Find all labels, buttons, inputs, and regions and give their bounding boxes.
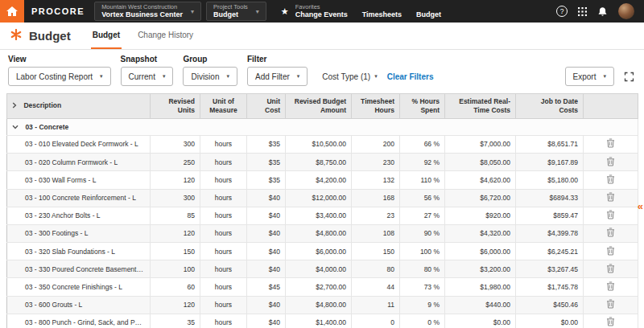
cell-pct-hours: 100 % (400, 243, 445, 260)
procore-logo: PROCORE (31, 6, 85, 16)
tab-change-history[interactable]: Change History (136, 23, 195, 49)
snapshot-dropdown[interactable]: Current ▾ (121, 67, 174, 86)
cell-description: 03 - 030 Wall Forms - L (7, 171, 151, 189)
cell-pct-hours: 110 % (400, 171, 445, 189)
cell-jtd-costs: $5,180.00 (516, 171, 584, 189)
snapshot-label: Snapshot (121, 55, 174, 64)
apps-grid-icon[interactable] (578, 7, 587, 16)
cell-estimated-costs: $6,000.00 (445, 243, 516, 260)
add-filter-dropdown[interactable]: Add Filter ▾ (247, 67, 308, 86)
filter-bar: View Labor Costing Report ▾ Snapshot Cur… (0, 50, 644, 93)
favorite-change-events[interactable]: Change Events (295, 10, 348, 19)
cell-estimated-costs: $3,200.00 (445, 260, 516, 278)
cell-estimated-costs: $920.00 (445, 207, 516, 224)
cell-pct-hours: 56 % (400, 189, 445, 207)
cell-revised-units: 120 (151, 296, 200, 314)
cell-description: 03 - 020 Column Formwork - L (7, 154, 151, 171)
group-name: 03 - Concrete (25, 123, 68, 131)
cell-revised-units: 250 (151, 154, 200, 171)
view-label: View (8, 55, 111, 64)
table-row: 03 - 010 Elevated Deck Formwork - L 300 … (7, 135, 638, 153)
table-row: 03 - 350 Concrete Finishings - L 60 hour… (7, 278, 638, 296)
group-dropdown[interactable]: Division ▾ (183, 67, 237, 86)
home-button[interactable] (0, 0, 24, 23)
cell-description: 03 - 330 Poured Concrete Basement W... -… (7, 260, 151, 278)
delete-row-button[interactable] (606, 281, 615, 291)
group-row-concrete: 03 - Concrete (7, 119, 638, 136)
delete-row-button[interactable] (606, 264, 615, 273)
export-button[interactable]: Export ▾ (565, 67, 614, 86)
favorite-timesheets[interactable]: Timesheets (362, 10, 402, 19)
cell-uom: hours (200, 154, 247, 171)
chevron-down-icon: ▾ (163, 73, 166, 80)
cell-unit-cost: $40 (247, 224, 286, 242)
cell-timesheet-hours: 168 (352, 189, 400, 207)
delete-row-button[interactable] (606, 174, 615, 184)
collapse-group-chevron-icon[interactable] (12, 123, 19, 131)
cell-unit-cost: $40 (247, 207, 286, 224)
cost-type-filter-value: Cost Type (1) (322, 72, 370, 81)
cell-jtd-costs: $0.00 (516, 314, 584, 328)
cell-estimated-costs: $0.00 (445, 314, 516, 328)
cell-revised-budget: $4,800.00 (286, 296, 352, 314)
cell-jtd-costs: $3,267.45 (516, 260, 584, 278)
trash-icon (606, 192, 615, 202)
col-timesheet-hours: Timesheet Hours (352, 94, 400, 119)
help-icon[interactable]: ? (556, 6, 568, 17)
cell-uom: hours (200, 224, 247, 242)
cell-estimated-costs: $7,000.00 (445, 135, 516, 153)
cell-revised-units: 100 (151, 260, 200, 278)
favorite-budget[interactable]: Budget (416, 10, 441, 19)
cell-revised-units: 300 (151, 135, 200, 153)
cell-timesheet-hours: 230 (352, 154, 400, 171)
cell-timesheet-hours: 108 (352, 224, 400, 242)
company-project-selector[interactable]: Mountain West Construction Vortex Busine… (94, 2, 201, 21)
delete-row-button[interactable] (606, 210, 615, 219)
cell-revised-budget: $4,000.00 (286, 260, 352, 278)
view-dropdown[interactable]: Labor Costing Report ▾ (8, 67, 111, 86)
user-avatar[interactable] (618, 3, 634, 19)
cell-jtd-costs: $9,167.89 (516, 154, 584, 171)
table-row: 03 - 230 Anchor Bolts - L 85 hours $40 $… (7, 207, 638, 224)
cell-uom: hours (200, 278, 247, 296)
fullscreen-button[interactable] (622, 70, 636, 84)
expand-all-chevron-icon[interactable] (12, 102, 17, 111)
table-header-row: Description Revised Units Unit of Measur… (7, 94, 638, 119)
table-row: 03 - 330 Poured Concrete Basement W... -… (7, 260, 638, 278)
delete-row-button[interactable] (606, 157, 615, 166)
delete-row-button[interactable] (606, 246, 615, 256)
delete-row-button[interactable] (606, 299, 615, 309)
tab-budget[interactable]: Budget (91, 23, 122, 49)
cell-unit-cost: $40 (247, 260, 286, 278)
cell-pct-hours: 92 % (400, 154, 445, 171)
cell-description: 03 - 350 Concrete Finishings - L (7, 278, 151, 296)
tool-selector-context: Project Tools (213, 3, 248, 10)
cell-unit-cost: $40 (247, 296, 286, 314)
company-name: Mountain West Construction (101, 3, 183, 10)
cell-estimated-costs: $440.00 (445, 296, 516, 314)
cell-timesheet-hours: 200 (352, 135, 400, 153)
favorites-section: ★ Favorites Change Events Timesheets Bud… (281, 3, 441, 20)
cell-estimated-costs: $4,620.00 (445, 171, 516, 189)
cell-description: 03 - 600 Grouts - L (7, 296, 151, 314)
cost-type-filter[interactable]: Cost Type (1) ▾ (322, 67, 377, 86)
budget-tool-icon (10, 29, 22, 43)
tool-selector[interactable]: Project Tools Budget ▾ (206, 2, 266, 21)
cell-estimated-costs: $4,320.00 (445, 224, 516, 242)
delete-row-button[interactable] (606, 317, 615, 326)
cell-description: 03 - 230 Anchor Bolts - L (7, 207, 151, 224)
trash-icon (606, 246, 615, 256)
cell-jtd-costs: $450.46 (516, 296, 584, 314)
notifications-bell-icon[interactable] (597, 6, 608, 17)
topbar-right-icons: ? (556, 3, 644, 19)
delete-row-button[interactable] (606, 228, 615, 237)
view-dropdown-value: Labor Costing Report (16, 72, 93, 81)
cell-revised-units: 35 (151, 314, 200, 328)
clear-filters-link[interactable]: Clear Filters (387, 72, 434, 81)
cell-revised-budget: $3,400.00 (286, 207, 352, 224)
cell-revised-units: 150 (151, 243, 200, 260)
cell-revised-units: 120 (151, 171, 200, 189)
collapse-panel-chevron[interactable]: « (638, 201, 643, 211)
delete-row-button[interactable] (606, 192, 615, 202)
delete-row-button[interactable] (606, 138, 615, 148)
